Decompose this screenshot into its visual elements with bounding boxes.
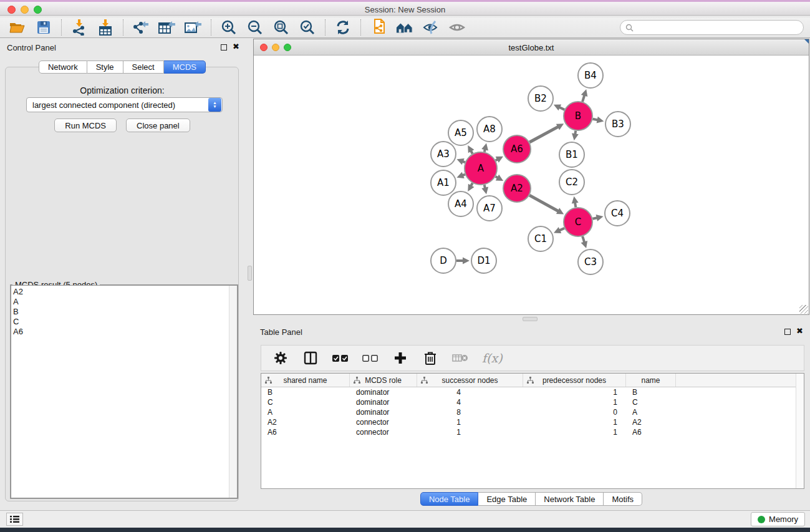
session-title: Session: New Session [0, 5, 810, 14]
tab-network[interactable]: Network [39, 60, 87, 74]
table-scrollbar[interactable] [796, 374, 804, 488]
table-panel-title: Table Panel [260, 327, 302, 337]
mcds-result-item[interactable]: A2 [13, 287, 237, 297]
cell-predecessor_nodes: 1 [523, 418, 626, 427]
export-network-icon[interactable] [132, 19, 150, 36]
edge-A2-C[interactable] [529, 195, 559, 211]
graph-node-label-A7: A7 [483, 203, 496, 214]
control-panel: Control Panel ✖ NetworkStyleSelectMCDS O… [0, 39, 244, 510]
column-header-shared-name[interactable]: shared name [261, 374, 350, 387]
edge-A6-B[interactable] [529, 127, 559, 142]
cell-successor_nodes: 1 [417, 418, 523, 427]
add-column-icon[interactable] [392, 350, 408, 366]
first-neighbors-icon[interactable] [396, 19, 413, 36]
arrowhead-icon [597, 117, 604, 123]
run-mcds-button[interactable]: Run MCDS [54, 118, 117, 132]
arrowhead-icon [572, 196, 579, 204]
deselect-checkboxes-icon[interactable] [362, 350, 378, 366]
float-table-panel-icon[interactable] [784, 329, 791, 335]
open-file-icon[interactable] [9, 19, 26, 36]
dropdown-value: largest connected component (directed) [27, 100, 208, 110]
graph-node-label-D: D [440, 255, 447, 266]
zoom-fit-icon[interactable] [272, 19, 290, 36]
resize-grip-icon[interactable] [799, 305, 808, 314]
cell-shared_name: B [261, 388, 350, 397]
optimization-criterion-dropdown[interactable]: largest connected component (directed) ▲… [26, 97, 223, 112]
cell-successor_nodes: 4 [417, 398, 523, 407]
close-panel-icon[interactable]: ✖ [233, 42, 239, 51]
table-row[interactable]: A2connector11A2 [261, 417, 804, 427]
table-row[interactable]: Adominator80A [261, 407, 804, 417]
cell-mcds_role: dominator [350, 398, 417, 407]
graph-node-label-B1: B1 [566, 149, 578, 160]
close-table-panel-icon[interactable]: ✖ [796, 327, 803, 336]
column-header-MCDS-role[interactable]: MCDS role [350, 374, 417, 387]
control-panel-tabs: NetworkStyleSelectMCDS [0, 60, 244, 74]
arrowhead-icon [463, 258, 470, 264]
mcds-result-item[interactable]: A6 [13, 327, 237, 337]
graph-node-label-A6: A6 [511, 143, 523, 155]
network-graph[interactable]: B4B2BB3A5A8A6A3B1AA1C2A2A4A7C4CC1C3DD1 [254, 56, 809, 314]
new-network-from-selection-icon[interactable] [370, 19, 387, 36]
search-input[interactable] [634, 23, 803, 32]
horizontal-divider-grip[interactable] [523, 317, 538, 321]
task-history-button[interactable] [6, 513, 23, 526]
tab-mcds[interactable]: MCDS [164, 60, 206, 74]
split-columns-icon[interactable] [302, 350, 319, 366]
import-network-icon[interactable] [70, 19, 88, 36]
zoom-out-icon[interactable] [246, 19, 264, 36]
zoom-selected-icon[interactable] [299, 19, 316, 36]
mcds-result-item[interactable]: A [13, 297, 237, 307]
network-canvas[interactable]: B4B2BB3A5A8A6A3B1AA1C2A2A4A7C4CC1C3DD1 [254, 56, 809, 314]
tab-style[interactable]: Style [87, 60, 123, 74]
hide-selected-icon[interactable] [422, 19, 440, 36]
close-panel-button[interactable]: Close panel [126, 118, 190, 132]
table-row[interactable]: Bdominator41B [261, 387, 804, 397]
node-table[interactable]: shared nameMCDS rolesuccessor nodesprede… [261, 373, 804, 489]
refresh-icon[interactable] [334, 19, 352, 36]
graph-node-label-B3: B3 [612, 118, 624, 130]
control-panel-header: Control Panel ✖ [0, 39, 244, 55]
network-view-window: testGlobe.txt B4B2BB3A5A8A6A3B1AA1C2A2A4… [253, 39, 809, 315]
graph-node-label-A4: A4 [455, 198, 467, 210]
cell-shared_name: A2 [261, 418, 350, 427]
cell-successor_nodes: 4 [417, 388, 523, 397]
delete-table-disabled-icon [452, 350, 468, 366]
arrowhead-icon [481, 143, 488, 150]
show-all-icon[interactable] [448, 19, 466, 36]
mcds-list-scrollbar[interactable] [229, 286, 237, 498]
export-image-icon[interactable] [185, 19, 202, 36]
select-all-checkboxes-icon[interactable] [332, 350, 349, 366]
tab-edge-table[interactable]: Edge Table [478, 492, 536, 506]
settings-gear-icon[interactable] [272, 350, 289, 366]
mcds-result-list[interactable]: A2ABCA6 [11, 285, 238, 498]
float-panel-icon[interactable] [221, 44, 227, 51]
delete-column-icon[interactable] [422, 350, 438, 366]
import-table-icon[interactable] [97, 19, 114, 36]
vertical-divider-grip[interactable] [248, 266, 252, 281]
network-window-titlebar[interactable]: testGlobe.txt [254, 39, 809, 56]
column-header-successor-nodes[interactable]: successor nodes [417, 374, 523, 387]
cell-name: C [626, 398, 676, 407]
zoom-in-icon[interactable] [220, 19, 238, 36]
optimization-criterion-label: Optimization criterion: [0, 85, 244, 95]
mcds-result-item[interactable]: B [13, 307, 237, 317]
mcds-result-item[interactable]: C [13, 317, 237, 327]
graph-node-label-A1: A1 [437, 177, 450, 188]
tab-select[interactable]: Select [123, 60, 164, 74]
table-row[interactable]: Cdominator41C [261, 397, 804, 407]
tab-network-table[interactable]: Network Table [536, 492, 604, 506]
graph-node-label-C3: C3 [584, 256, 597, 268]
arrowhead-icon [581, 241, 587, 248]
export-table-icon[interactable] [158, 19, 176, 36]
column-header-name[interactable]: name [626, 374, 676, 387]
tab-node-table[interactable]: Node Table [420, 492, 479, 506]
memory-button[interactable]: Memory [751, 512, 805, 526]
search-field[interactable] [620, 20, 804, 35]
tab-motifs[interactable]: Motifs [604, 492, 642, 506]
main-toolbar [0, 17, 810, 38]
memory-label: Memory [769, 515, 798, 524]
table-row[interactable]: A6connector11A6 [261, 427, 804, 437]
column-header-predecessor-nodes[interactable]: predecessor nodes [523, 374, 626, 387]
save-session-icon[interactable] [35, 19, 52, 36]
